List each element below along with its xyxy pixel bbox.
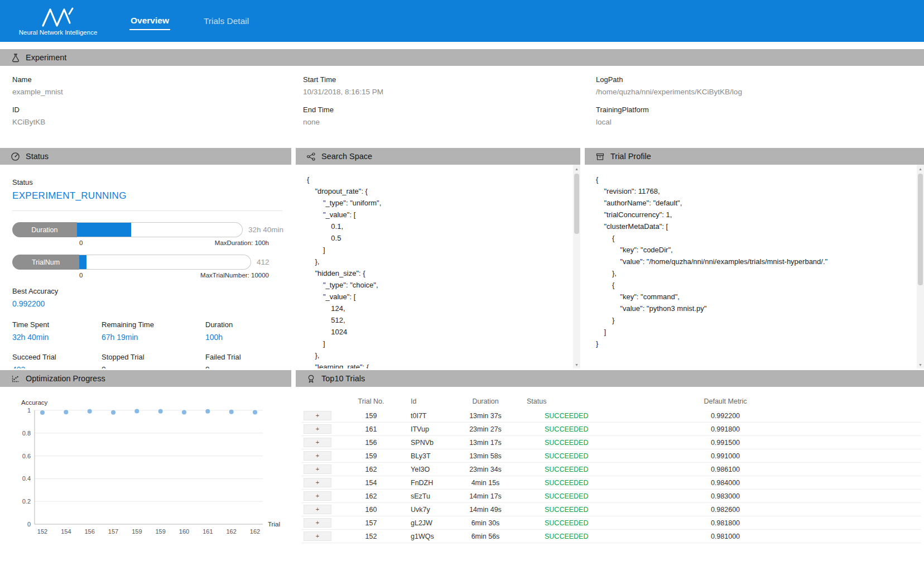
svg-text:157: 157 bbox=[108, 528, 118, 535]
col-trial-no: Trial No. bbox=[334, 395, 408, 409]
scroll-up-button[interactable]: ▲ bbox=[917, 165, 924, 172]
cell-trial_no: 159 bbox=[334, 449, 408, 463]
field-value: none bbox=[303, 118, 596, 126]
scrollbar[interactable]: ▲ ▼ bbox=[573, 165, 580, 368]
expand-row-button[interactable]: + bbox=[304, 491, 331, 501]
nni-logo-icon bbox=[37, 6, 79, 27]
cell-metric: 0.983000 bbox=[614, 490, 837, 503]
cell-duration: 14min 49s bbox=[446, 503, 524, 516]
col-default-metric: Default Metric bbox=[614, 395, 837, 409]
optimization-chart: 00.20.40.60.8115215415615715915916016116… bbox=[6, 396, 287, 549]
scrollbar-thumb[interactable] bbox=[574, 174, 579, 234]
search-space-header: Search Space bbox=[296, 148, 580, 165]
cell-trial_no: 152 bbox=[334, 530, 408, 543]
cell-id: sEzTu bbox=[408, 490, 446, 503]
experiment-fields: Name example_mnist ID KCiBytKB Start Tim… bbox=[0, 66, 924, 148]
scroll-down-button[interactable]: ▼ bbox=[917, 361, 924, 368]
stat-label: Remaining Time bbox=[102, 320, 205, 329]
duration-progress: Duration 32h 40min 0 MaxDuration: 100h bbox=[12, 222, 283, 246]
cell-id: ITVup bbox=[408, 423, 446, 436]
stat-value: 0 bbox=[102, 365, 205, 368]
cell-trial_no: 159 bbox=[334, 409, 408, 423]
expand-row-button[interactable]: + bbox=[304, 438, 331, 447]
cell-duration: 6min 56s bbox=[446, 530, 524, 543]
svg-text:162: 162 bbox=[250, 528, 260, 535]
expand-row-button[interactable]: + bbox=[304, 505, 331, 514]
field-label: Name bbox=[12, 75, 303, 84]
experiment-title: Experiment bbox=[26, 53, 66, 62]
expand-row-button[interactable]: + bbox=[304, 531, 331, 541]
tab-overview[interactable]: Overview bbox=[129, 12, 170, 30]
svg-text:0.2: 0.2 bbox=[22, 498, 31, 505]
field-label: Start Time bbox=[303, 75, 596, 84]
expand-row-button[interactable]: + bbox=[304, 518, 331, 528]
cell-status: SUCCEEDED bbox=[524, 476, 614, 490]
scrollbar-thumb[interactable] bbox=[918, 174, 923, 285]
experiment-status-value: EXPERIMENT_RUNNING bbox=[12, 190, 283, 202]
optimization-title: Optimization Progress bbox=[26, 374, 105, 383]
cell-status: SUCCEEDED bbox=[524, 503, 614, 516]
expand-cell: + bbox=[301, 530, 334, 543]
expand-row-button[interactable]: + bbox=[304, 464, 331, 474]
status-label: Status bbox=[12, 178, 283, 186]
svg-text:160: 160 bbox=[179, 528, 189, 535]
expand-row-button[interactable]: + bbox=[304, 424, 331, 434]
svg-text:Trial: Trial bbox=[268, 521, 280, 528]
stat-value: 100h bbox=[205, 333, 283, 342]
tab-trials-detail[interactable]: Trials Detail bbox=[203, 13, 250, 30]
table-row: +160Uvk7y14min 49sSUCCEEDED0.982600 bbox=[301, 503, 921, 516]
expand-cell: + bbox=[301, 503, 334, 516]
svg-text:Accuracy: Accuracy bbox=[21, 399, 48, 406]
trial-profile-panel: Trial Profile { "revision": 11768, "auth… bbox=[585, 148, 924, 368]
svg-text:161: 161 bbox=[203, 528, 213, 535]
expand-cell: + bbox=[301, 463, 334, 476]
cell-metric: 0.986100 bbox=[614, 463, 837, 476]
gauge-icon bbox=[10, 151, 20, 161]
trialnum-progress-label: TrialNum bbox=[12, 255, 79, 270]
scrollbar[interactable]: ▲ ▼ bbox=[917, 165, 924, 368]
expand-cell: + bbox=[301, 516, 334, 530]
app-header: Neural Network Intelligence Overview Tri… bbox=[0, 0, 924, 42]
duration-min: 0 bbox=[79, 239, 83, 246]
cell-status: SUCCEEDED bbox=[524, 516, 614, 530]
scroll-down-button[interactable]: ▼ bbox=[573, 361, 580, 368]
experiment-header: Experiment bbox=[0, 49, 924, 66]
svg-text:0.4: 0.4 bbox=[22, 475, 31, 482]
table-row: +159t0I7T13min 37sSUCCEEDED0.992200 bbox=[301, 409, 921, 423]
filler-cell bbox=[837, 490, 921, 503]
field-value: 10/31/2018, 8:16:15 PM bbox=[303, 88, 596, 96]
filler-column-header bbox=[837, 395, 921, 409]
col-status: Status bbox=[524, 395, 614, 409]
filler-cell bbox=[837, 503, 921, 516]
cell-trial_no: 156 bbox=[334, 436, 408, 449]
expand-row-button[interactable]: + bbox=[304, 451, 331, 461]
status-panel: Status Status EXPERIMENT_RUNNING Duratio… bbox=[0, 148, 291, 368]
table-row: +162YeI3O23min 34sSUCCEEDED0.986100 bbox=[301, 463, 921, 476]
cell-trial_no: 161 bbox=[334, 423, 408, 436]
expand-row-button[interactable]: + bbox=[304, 411, 331, 420]
cell-trial_no: 154 bbox=[334, 476, 408, 490]
scatter-chart-icon bbox=[10, 373, 20, 384]
filler-cell bbox=[837, 423, 921, 436]
expand-cell: + bbox=[301, 409, 334, 423]
svg-text:159: 159 bbox=[132, 528, 142, 535]
svg-text:156: 156 bbox=[84, 528, 94, 535]
top10-header: Top10 Trials bbox=[296, 370, 924, 387]
expand-column-header bbox=[301, 395, 334, 409]
cell-trial_no: 162 bbox=[334, 490, 408, 503]
svg-text:0: 0 bbox=[27, 521, 31, 528]
nni-logo: Neural Network Intelligence bbox=[13, 6, 103, 36]
svg-text:159: 159 bbox=[155, 528, 165, 535]
svg-text:152: 152 bbox=[37, 528, 47, 535]
cell-status: SUCCEEDED bbox=[524, 490, 614, 503]
archive-icon bbox=[595, 151, 605, 161]
status-stats: Time Spent32h 40min Remaining Time67h 19… bbox=[12, 320, 283, 368]
scroll-up-button[interactable]: ▲ bbox=[573, 165, 580, 172]
expand-row-button[interactable]: + bbox=[304, 478, 331, 487]
top10-table: Trial No. Id Duration Status Default Met… bbox=[301, 395, 921, 543]
cell-duration: 6min 30s bbox=[446, 516, 524, 530]
field-value: /home/quzha/nni/experiments/KCiBytKB/log bbox=[596, 88, 924, 96]
cell-metric: 0.991500 bbox=[614, 436, 837, 449]
svg-text:0.8: 0.8 bbox=[22, 430, 31, 437]
trialnum-min: 0 bbox=[79, 272, 83, 279]
